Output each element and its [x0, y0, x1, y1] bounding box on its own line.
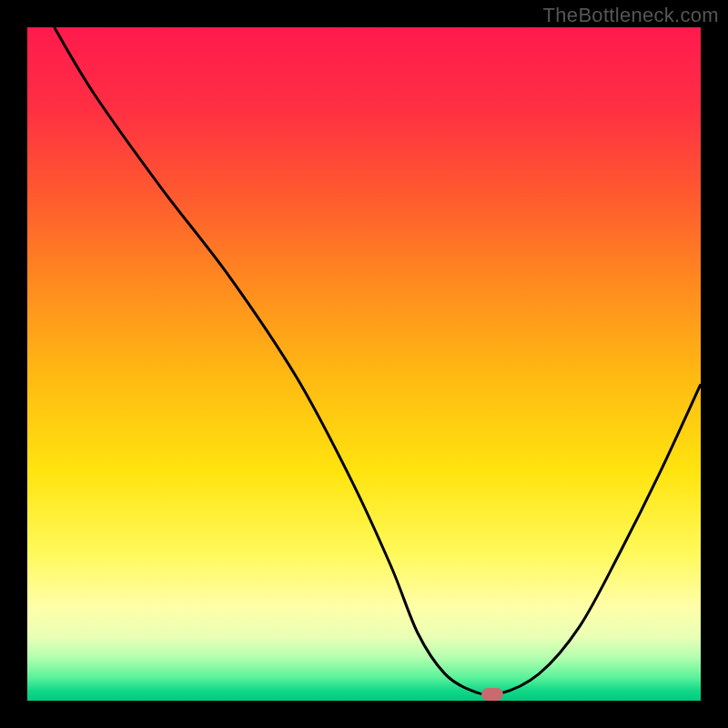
chart-frame: TheBottleneck.com [0, 0, 728, 728]
bottleneck-curve [27, 27, 701, 701]
optimal-marker [481, 688, 503, 701]
plot-area [27, 27, 701, 701]
watermark-text: TheBottleneck.com [543, 4, 719, 27]
